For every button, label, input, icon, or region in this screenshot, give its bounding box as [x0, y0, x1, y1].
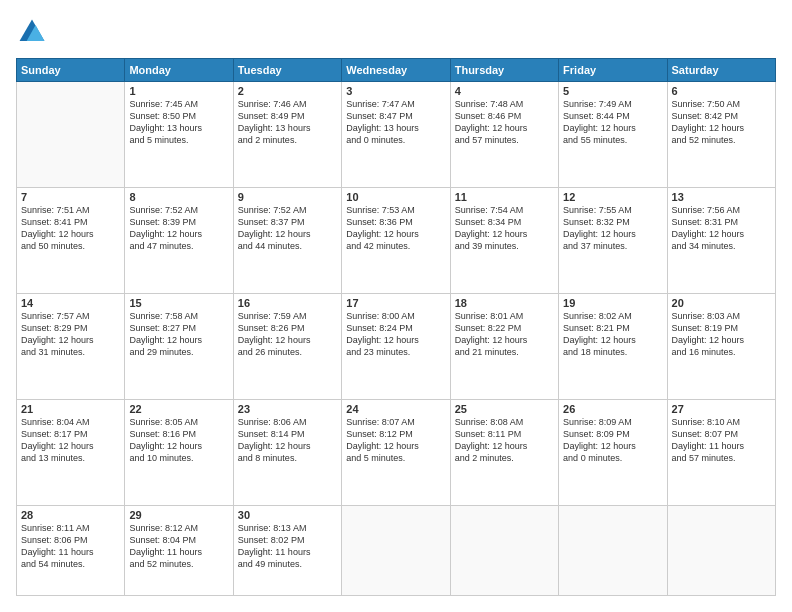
calendar-cell: 30Sunrise: 8:13 AM Sunset: 8:02 PM Dayli… — [233, 505, 341, 595]
day-info: Sunrise: 8:03 AM Sunset: 8:19 PM Dayligh… — [672, 310, 771, 359]
calendar-week-1: 1Sunrise: 7:45 AM Sunset: 8:50 PM Daylig… — [17, 82, 776, 188]
calendar-cell: 7Sunrise: 7:51 AM Sunset: 8:41 PM Daylig… — [17, 187, 125, 293]
calendar-cell: 8Sunrise: 7:52 AM Sunset: 8:39 PM Daylig… — [125, 187, 233, 293]
calendar-cell: 12Sunrise: 7:55 AM Sunset: 8:32 PM Dayli… — [559, 187, 667, 293]
day-info: Sunrise: 7:50 AM Sunset: 8:42 PM Dayligh… — [672, 98, 771, 147]
day-info: Sunrise: 8:04 AM Sunset: 8:17 PM Dayligh… — [21, 416, 120, 465]
calendar: SundayMondayTuesdayWednesdayThursdayFrid… — [16, 58, 776, 596]
day-number: 17 — [346, 297, 445, 309]
calendar-cell — [559, 505, 667, 595]
calendar-cell: 11Sunrise: 7:54 AM Sunset: 8:34 PM Dayli… — [450, 187, 558, 293]
day-info: Sunrise: 7:53 AM Sunset: 8:36 PM Dayligh… — [346, 204, 445, 253]
calendar-cell: 5Sunrise: 7:49 AM Sunset: 8:44 PM Daylig… — [559, 82, 667, 188]
day-number: 6 — [672, 85, 771, 97]
weekday-header-friday: Friday — [559, 59, 667, 82]
weekday-header-wednesday: Wednesday — [342, 59, 450, 82]
day-info: Sunrise: 8:11 AM Sunset: 8:06 PM Dayligh… — [21, 522, 120, 571]
day-number: 2 — [238, 85, 337, 97]
weekday-header-monday: Monday — [125, 59, 233, 82]
day-number: 28 — [21, 509, 120, 521]
day-number: 21 — [21, 403, 120, 415]
day-number: 10 — [346, 191, 445, 203]
day-number: 14 — [21, 297, 120, 309]
day-info: Sunrise: 7:52 AM Sunset: 8:39 PM Dayligh… — [129, 204, 228, 253]
day-info: Sunrise: 7:56 AM Sunset: 8:31 PM Dayligh… — [672, 204, 771, 253]
calendar-cell: 25Sunrise: 8:08 AM Sunset: 8:11 PM Dayli… — [450, 399, 558, 505]
day-info: Sunrise: 8:08 AM Sunset: 8:11 PM Dayligh… — [455, 416, 554, 465]
calendar-cell — [667, 505, 775, 595]
calendar-cell: 21Sunrise: 8:04 AM Sunset: 8:17 PM Dayli… — [17, 399, 125, 505]
day-info: Sunrise: 7:48 AM Sunset: 8:46 PM Dayligh… — [455, 98, 554, 147]
day-number: 19 — [563, 297, 662, 309]
calendar-week-5: 28Sunrise: 8:11 AM Sunset: 8:06 PM Dayli… — [17, 505, 776, 595]
day-info: Sunrise: 7:57 AM Sunset: 8:29 PM Dayligh… — [21, 310, 120, 359]
calendar-cell: 20Sunrise: 8:03 AM Sunset: 8:19 PM Dayli… — [667, 293, 775, 399]
day-info: Sunrise: 8:06 AM Sunset: 8:14 PM Dayligh… — [238, 416, 337, 465]
day-number: 9 — [238, 191, 337, 203]
day-number: 7 — [21, 191, 120, 203]
day-info: Sunrise: 8:00 AM Sunset: 8:24 PM Dayligh… — [346, 310, 445, 359]
calendar-cell — [450, 505, 558, 595]
calendar-cell: 6Sunrise: 7:50 AM Sunset: 8:42 PM Daylig… — [667, 82, 775, 188]
day-number: 22 — [129, 403, 228, 415]
day-number: 29 — [129, 509, 228, 521]
calendar-cell: 4Sunrise: 7:48 AM Sunset: 8:46 PM Daylig… — [450, 82, 558, 188]
logo — [16, 16, 52, 48]
day-number: 30 — [238, 509, 337, 521]
calendar-cell: 9Sunrise: 7:52 AM Sunset: 8:37 PM Daylig… — [233, 187, 341, 293]
day-info: Sunrise: 8:09 AM Sunset: 8:09 PM Dayligh… — [563, 416, 662, 465]
day-info: Sunrise: 7:51 AM Sunset: 8:41 PM Dayligh… — [21, 204, 120, 253]
calendar-cell: 16Sunrise: 7:59 AM Sunset: 8:26 PM Dayli… — [233, 293, 341, 399]
logo-icon — [16, 16, 48, 48]
calendar-cell: 27Sunrise: 8:10 AM Sunset: 8:07 PM Dayli… — [667, 399, 775, 505]
day-number: 4 — [455, 85, 554, 97]
day-info: Sunrise: 7:52 AM Sunset: 8:37 PM Dayligh… — [238, 204, 337, 253]
day-info: Sunrise: 7:46 AM Sunset: 8:49 PM Dayligh… — [238, 98, 337, 147]
calendar-cell: 3Sunrise: 7:47 AM Sunset: 8:47 PM Daylig… — [342, 82, 450, 188]
day-number: 12 — [563, 191, 662, 203]
day-info: Sunrise: 8:05 AM Sunset: 8:16 PM Dayligh… — [129, 416, 228, 465]
calendar-cell: 26Sunrise: 8:09 AM Sunset: 8:09 PM Dayli… — [559, 399, 667, 505]
day-info: Sunrise: 7:49 AM Sunset: 8:44 PM Dayligh… — [563, 98, 662, 147]
calendar-cell: 19Sunrise: 8:02 AM Sunset: 8:21 PM Dayli… — [559, 293, 667, 399]
day-number: 5 — [563, 85, 662, 97]
calendar-cell: 17Sunrise: 8:00 AM Sunset: 8:24 PM Dayli… — [342, 293, 450, 399]
weekday-header-row: SundayMondayTuesdayWednesdayThursdayFrid… — [17, 59, 776, 82]
weekday-header-thursday: Thursday — [450, 59, 558, 82]
calendar-cell: 24Sunrise: 8:07 AM Sunset: 8:12 PM Dayli… — [342, 399, 450, 505]
calendar-cell: 29Sunrise: 8:12 AM Sunset: 8:04 PM Dayli… — [125, 505, 233, 595]
calendar-cell: 2Sunrise: 7:46 AM Sunset: 8:49 PM Daylig… — [233, 82, 341, 188]
day-number: 18 — [455, 297, 554, 309]
calendar-cell: 10Sunrise: 7:53 AM Sunset: 8:36 PM Dayli… — [342, 187, 450, 293]
calendar-cell — [17, 82, 125, 188]
day-info: Sunrise: 8:10 AM Sunset: 8:07 PM Dayligh… — [672, 416, 771, 465]
calendar-cell: 14Sunrise: 7:57 AM Sunset: 8:29 PM Dayli… — [17, 293, 125, 399]
calendar-cell: 1Sunrise: 7:45 AM Sunset: 8:50 PM Daylig… — [125, 82, 233, 188]
day-info: Sunrise: 7:54 AM Sunset: 8:34 PM Dayligh… — [455, 204, 554, 253]
calendar-cell: 22Sunrise: 8:05 AM Sunset: 8:16 PM Dayli… — [125, 399, 233, 505]
page-header — [16, 16, 776, 48]
calendar-cell: 23Sunrise: 8:06 AM Sunset: 8:14 PM Dayli… — [233, 399, 341, 505]
day-info: Sunrise: 8:01 AM Sunset: 8:22 PM Dayligh… — [455, 310, 554, 359]
day-info: Sunrise: 8:07 AM Sunset: 8:12 PM Dayligh… — [346, 416, 445, 465]
calendar-week-2: 7Sunrise: 7:51 AM Sunset: 8:41 PM Daylig… — [17, 187, 776, 293]
day-number: 25 — [455, 403, 554, 415]
day-info: Sunrise: 7:55 AM Sunset: 8:32 PM Dayligh… — [563, 204, 662, 253]
day-number: 11 — [455, 191, 554, 203]
day-number: 24 — [346, 403, 445, 415]
calendar-week-4: 21Sunrise: 8:04 AM Sunset: 8:17 PM Dayli… — [17, 399, 776, 505]
day-info: Sunrise: 8:13 AM Sunset: 8:02 PM Dayligh… — [238, 522, 337, 571]
calendar-cell: 13Sunrise: 7:56 AM Sunset: 8:31 PM Dayli… — [667, 187, 775, 293]
day-number: 27 — [672, 403, 771, 415]
day-info: Sunrise: 8:12 AM Sunset: 8:04 PM Dayligh… — [129, 522, 228, 571]
day-info: Sunrise: 7:45 AM Sunset: 8:50 PM Dayligh… — [129, 98, 228, 147]
day-number: 13 — [672, 191, 771, 203]
weekday-header-tuesday: Tuesday — [233, 59, 341, 82]
day-info: Sunrise: 7:58 AM Sunset: 8:27 PM Dayligh… — [129, 310, 228, 359]
day-number: 23 — [238, 403, 337, 415]
weekday-header-saturday: Saturday — [667, 59, 775, 82]
day-info: Sunrise: 7:59 AM Sunset: 8:26 PM Dayligh… — [238, 310, 337, 359]
day-number: 20 — [672, 297, 771, 309]
day-number: 3 — [346, 85, 445, 97]
calendar-cell: 28Sunrise: 8:11 AM Sunset: 8:06 PM Dayli… — [17, 505, 125, 595]
